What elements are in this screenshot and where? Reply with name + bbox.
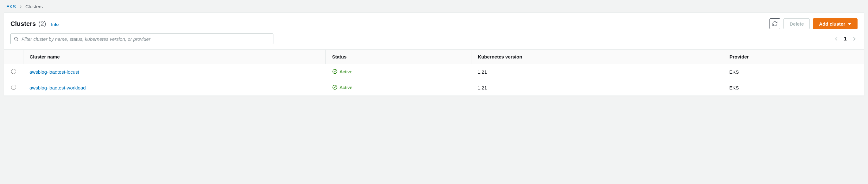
status-badge: Active: [332, 69, 352, 74]
clusters-panel: Clusters (2) Info Delete Add cluster: [4, 12, 864, 96]
k8s-version-cell: 1.21: [471, 64, 723, 80]
clusters-table: Cluster name Status Kubernetes version P…: [4, 49, 864, 96]
header-actions: Delete Add cluster: [770, 19, 858, 29]
table-row: awsblog-loadtest-workload Active 1.21 EK…: [4, 80, 864, 96]
column-provider[interactable]: Provider: [723, 50, 864, 64]
table-row: awsblog-loadtest-locust Active 1.21 EKS: [4, 64, 864, 80]
select-row-radio[interactable]: [11, 85, 16, 90]
current-page: 1: [844, 36, 847, 42]
status-text: Active: [340, 85, 352, 90]
search-icon: [13, 36, 19, 41]
filter-input[interactable]: [10, 34, 273, 44]
status-badge: Active: [332, 84, 352, 90]
check-circle-icon: [332, 69, 338, 74]
refresh-icon: [772, 21, 778, 27]
breadcrumb: EKS Clusters: [0, 0, 868, 12]
next-page-button[interactable]: [851, 36, 858, 42]
cluster-count: (2): [38, 20, 46, 28]
cluster-name-link[interactable]: awsblog-loadtest-workload: [29, 85, 86, 90]
column-status[interactable]: Status: [326, 50, 471, 64]
breadcrumb-current: Clusters: [25, 4, 43, 9]
info-link[interactable]: Info: [51, 22, 59, 27]
column-cluster-name[interactable]: Cluster name: [23, 50, 326, 64]
k8s-version-cell: 1.21: [471, 80, 723, 96]
select-row-radio[interactable]: [11, 69, 16, 74]
delete-button[interactable]: Delete: [783, 19, 810, 29]
pagination: 1: [833, 36, 858, 42]
chevron-left-icon: [834, 37, 839, 41]
svg-line-1: [17, 40, 18, 41]
provider-cell: EKS: [723, 64, 864, 80]
refresh-button[interactable]: [770, 19, 780, 29]
prev-page-button[interactable]: [833, 36, 839, 42]
svg-point-0: [14, 37, 18, 40]
chevron-right-icon: [19, 4, 22, 9]
add-cluster-label: Add cluster: [819, 21, 845, 27]
breadcrumb-root-link[interactable]: EKS: [6, 4, 16, 9]
column-k8s-version[interactable]: Kubernetes version: [471, 50, 723, 64]
caret-down-icon: [848, 23, 851, 25]
chevron-right-icon: [852, 37, 857, 41]
column-select: [4, 50, 23, 64]
status-text: Active: [340, 69, 352, 74]
page-title: Clusters: [10, 20, 36, 28]
add-cluster-button[interactable]: Add cluster: [813, 19, 858, 29]
check-circle-icon: [332, 84, 338, 90]
cluster-name-link[interactable]: awsblog-loadtest-locust: [29, 69, 79, 75]
provider-cell: EKS: [723, 80, 864, 96]
